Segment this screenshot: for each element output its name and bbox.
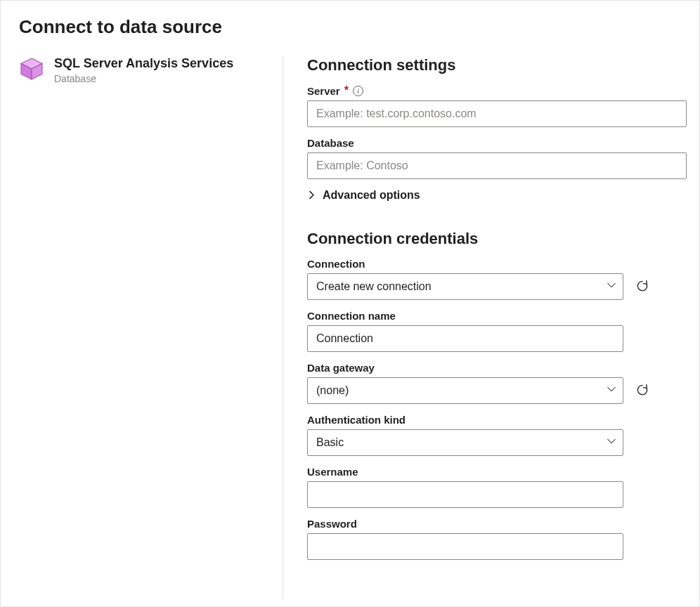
refresh-connection-button[interactable] (635, 279, 650, 294)
chevron-right-icon (307, 190, 317, 200)
field-username: Username (307, 466, 687, 508)
content-split: SQL Server Analysis Services Database Co… (19, 56, 681, 599)
label-database: Database (307, 137, 354, 149)
field-data-gateway: Data gateway (307, 362, 687, 404)
auth-kind-select[interactable] (307, 429, 623, 456)
cube-icon (19, 56, 44, 81)
refresh-icon (635, 279, 649, 295)
field-database: Database (307, 137, 687, 179)
connection-select-value[interactable] (307, 273, 623, 300)
refresh-gateway-button[interactable] (635, 383, 650, 398)
label-password: Password (307, 518, 357, 530)
field-server: Server * i (307, 84, 687, 127)
label-connection-name: Connection name (307, 310, 396, 322)
source-name: SQL Server Analysis Services (54, 56, 233, 72)
auth-kind-select-value[interactable] (307, 429, 623, 456)
dialog-connect-data-source: Connect to data source SQL Server Analys… (0, 0, 700, 607)
server-input[interactable] (307, 100, 687, 127)
label-connection: Connection (307, 258, 365, 270)
required-indicator: * (344, 84, 349, 97)
source-panel: SQL Server Analysis Services Database (19, 56, 283, 599)
password-input[interactable] (307, 533, 623, 560)
connection-name-input[interactable] (307, 325, 623, 352)
database-input[interactable] (307, 152, 687, 179)
label-username: Username (307, 466, 358, 478)
advanced-options-label: Advanced options (323, 189, 420, 202)
refresh-icon (635, 383, 649, 399)
connection-select[interactable] (307, 273, 623, 300)
data-gateway-select[interactable] (307, 377, 623, 404)
username-input[interactable] (307, 481, 623, 508)
page-title: Connect to data source (19, 16, 681, 38)
label-auth-kind: Authentication kind (307, 414, 406, 426)
field-password: Password (307, 518, 687, 560)
info-icon[interactable]: i (353, 86, 363, 96)
source-row: SQL Server Analysis Services Database (19, 56, 268, 84)
credentials-heading: Connection credentials (307, 230, 687, 248)
source-text: SQL Server Analysis Services Database (54, 56, 233, 84)
field-auth-kind: Authentication kind (307, 414, 687, 456)
source-kind: Database (54, 73, 233, 84)
field-connection-name: Connection name (307, 310, 687, 352)
advanced-options-toggle[interactable]: Advanced options (307, 189, 687, 202)
label-data-gateway: Data gateway (307, 362, 375, 374)
form-panel: Connection settings Server * i Database (283, 56, 687, 599)
data-gateway-select-value[interactable] (307, 377, 623, 404)
field-connection: Connection (307, 258, 687, 300)
label-server: Server (307, 85, 340, 97)
settings-heading: Connection settings (307, 56, 687, 74)
